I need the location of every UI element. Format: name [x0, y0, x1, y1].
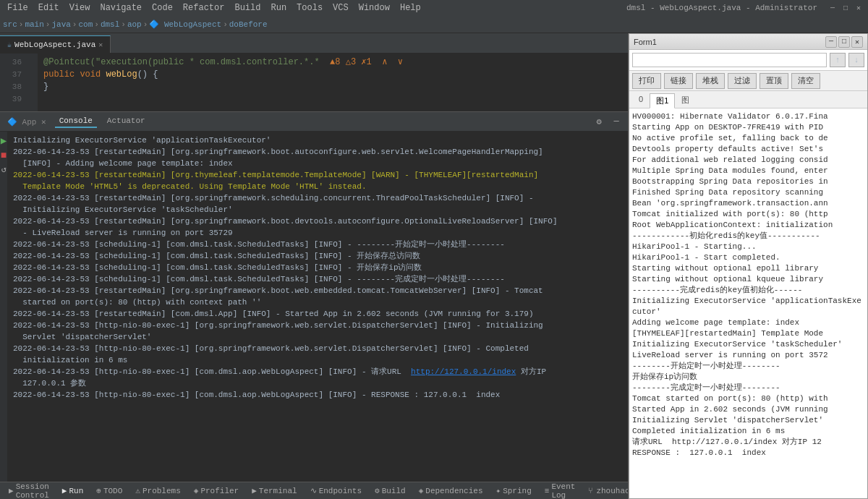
run-panel-header: 🔷 App ✕ Console Actuator ⚙ ─	[0, 111, 628, 132]
terminal-icon: ▶	[252, 486, 257, 495]
run-play-icon[interactable]: ▶	[1, 135, 7, 147]
menu-bar: File Edit View Navigate Code Refactor Bu…	[0, 0, 868, 16]
menu-navigate[interactable]: Navigate	[95, 1, 146, 14]
form1-link-button[interactable]: 链接	[664, 73, 693, 89]
form1-up-button[interactable]: ↑	[830, 53, 846, 67]
menu-code[interactable]: Code	[148, 1, 177, 14]
form1-log-line: Bean 'org.springframework.transaction.an…	[632, 198, 864, 209]
form1-minimize-button[interactable]: ─	[825, 36, 837, 48]
log-line: 127.0.0.1 参数	[13, 378, 622, 389]
run-rerun-icon[interactable]: ↺	[1, 164, 6, 175]
bottom-todo[interactable]: ⊕ TODO	[92, 485, 127, 497]
problems-icon: ⚠	[135, 486, 140, 495]
run-minimize-icon[interactable]: ─	[609, 114, 624, 129]
form1-log-line: Root WebApplicationContext: initializati…	[632, 220, 864, 231]
menu-run[interactable]: Run	[266, 1, 291, 14]
editor-gutter	[26, 54, 38, 111]
form1-log-line: For additional web related logging consi…	[632, 155, 864, 166]
bottom-run[interactable]: ▶ Run	[58, 485, 88, 497]
run-app-badge[interactable]: 🔷 App ✕	[4, 117, 49, 127]
run-settings-icon[interactable]: ⚙	[592, 114, 606, 129]
tab-weblogaspect[interactable]: ☕ WebLogAspect.java ✕	[0, 35, 111, 53]
profiler-label: Profiler	[200, 487, 239, 495]
log-line: 2022-06-14-23-53 [http-nio-80-exec-1] [c…	[13, 366, 622, 378]
form1-stack-button[interactable]: 堆栈	[696, 73, 725, 89]
right-panel: Form1 ─ □ ✕ ↑ ↓ 打印 链接 堆栈 过滤 置顶 清空	[628, 33, 868, 499]
form1-toolbar: 打印 链接 堆栈 过滤 置顶 清空	[629, 71, 867, 91]
form1-log-line: Multiple Spring Data modules found, ente…	[632, 166, 864, 176]
editor-code[interactable]: @Pointcut("execution(public * com.dmsl.c…	[38, 54, 628, 111]
log-output[interactable]: Initializing ExecutorService 'applicatio…	[7, 132, 628, 482]
dependencies-icon: ◈	[419, 486, 424, 495]
log-line: 2022-06-14-23-53 [scheduling-1] [com.dms…	[13, 239, 622, 250]
form1-log-area[interactable]: HV000001: Hibernate Validator 6.0.17.Fin…	[629, 108, 867, 498]
form1-top-button[interactable]: 置顶	[760, 73, 788, 89]
bottom-eventlog[interactable]: ≡ Event Log	[540, 481, 580, 500]
bottom-build[interactable]: ⚙ Build	[370, 485, 410, 497]
bottom-profiler[interactable]: ◈ Profiler	[190, 485, 243, 497]
endpoints-icon: ∿	[310, 486, 317, 495]
breadcrumb-dmsl[interactable]: dmsl	[101, 20, 119, 29]
menu-window[interactable]: Window	[354, 1, 394, 14]
form1-log-line: Started App in 2.602 seconds (JVM runnin…	[632, 404, 864, 415]
gutter-controls: ▶ ■ ↺	[0, 135, 7, 175]
form1-log-line: [THYMELEAF][restartedMain] Template Mode	[632, 328, 864, 339]
breadcrumb-class[interactable]: 🔷 WebLogAspect	[149, 20, 221, 29]
menu-tools[interactable]: Tools	[292, 1, 327, 14]
form1-filter-button[interactable]: 过滤	[728, 73, 757, 89]
form1-tab-2[interactable]: 图	[675, 93, 696, 108]
breadcrumb-aop[interactable]: aop	[127, 20, 142, 29]
form1-tab-1[interactable]: 图1	[650, 93, 675, 108]
breadcrumb-com[interactable]: com	[78, 20, 93, 29]
form1-maximize-button[interactable]: □	[838, 36, 850, 48]
editor-area: 36 37 38 39 @Pointcut("execution(public …	[0, 54, 628, 111]
line-numbers: 36 37 38 39	[0, 54, 26, 111]
form1-log-line: Starting without optional epoll library	[632, 263, 864, 274]
menu-build[interactable]: Build	[230, 1, 265, 14]
minimize-button[interactable]: ─	[826, 1, 839, 14]
left-panel: ☕ WebLogAspect.java ✕ 36 37 38 39 @Point…	[0, 33, 628, 499]
log-line: Initializing ExecutorService 'taskSchedu…	[13, 204, 622, 216]
form1-log-line: --------完成定时一小时处理--------	[632, 383, 864, 393]
log-line: 2022-06-14-23-53 [http-nio-80-exec-1] [c…	[13, 389, 622, 401]
form1-close-button[interactable]: ✕	[851, 36, 863, 48]
editor-tabs: ☕ WebLogAspect.java ✕	[0, 33, 628, 54]
form1-title: Form1	[634, 38, 824, 46]
form1-print-button[interactable]: 打印	[632, 73, 661, 89]
menu-view[interactable]: View	[65, 1, 95, 14]
build-icon: ⚙	[375, 486, 380, 495]
bottom-problems[interactable]: ⚠ Problems	[131, 485, 184, 497]
breadcrumb-method[interactable]: doBefore	[229, 20, 268, 29]
tab-actuator[interactable]: Actuator	[103, 115, 150, 128]
bottom-spring[interactable]: ✦ Spring	[492, 485, 536, 497]
form1-search-input[interactable]	[632, 53, 827, 67]
menu-vcs[interactable]: VCS	[328, 1, 353, 14]
log-line: 2022-06-14-23-53 [scheduling-1] [com.dms…	[13, 262, 622, 273]
form1-tab-0[interactable]: 0	[632, 93, 650, 108]
form1-log-line: Initializing Servlet 'dispatcherServlet'	[632, 415, 864, 426]
maximize-button[interactable]: □	[839, 1, 852, 14]
breadcrumb-java[interactable]: java	[51, 20, 70, 29]
form1-clear-button[interactable]: 清空	[791, 73, 820, 89]
close-button[interactable]: ✕	[852, 1, 865, 14]
breadcrumb-src[interactable]: src	[3, 20, 17, 29]
menu-edit[interactable]: Edit	[34, 1, 64, 14]
log-line: 2022-06-14-23-53 [restartedMain] [com.dm…	[13, 308, 622, 320]
bottom-terminal[interactable]: ▶ Terminal	[247, 485, 301, 497]
run-panel: 🔷 App ✕ Console Actuator ⚙ ─ ▶ ■ ↺ I	[0, 111, 628, 482]
menu-help[interactable]: Help	[396, 1, 425, 14]
run-stop-icon[interactable]: ■	[1, 150, 7, 161]
form1-log-line: Tomcat started on port(s): 80 (http) wit…	[632, 393, 864, 404]
menu-file[interactable]: File	[3, 1, 33, 14]
bottom-dependencies[interactable]: ◈ Dependencies	[414, 485, 488, 497]
menu-refactor[interactable]: Refactor	[179, 1, 229, 14]
code-line-38: }	[43, 81, 622, 93]
breadcrumb-main[interactable]: main	[25, 20, 43, 29]
tab-close-icon[interactable]: ✕	[98, 40, 103, 49]
form1-down-button[interactable]: ↓	[848, 53, 864, 67]
form1-log-line: Completed initialization in 6 ms	[632, 426, 864, 437]
bottom-endpoints[interactable]: ∿ Endpoints	[306, 485, 366, 497]
bottom-session-control[interactable]: ▶ Session Control	[4, 481, 54, 500]
form1-log-line: HikariPool-1 - Start completed.	[632, 252, 864, 263]
tab-console[interactable]: Console	[55, 115, 97, 128]
